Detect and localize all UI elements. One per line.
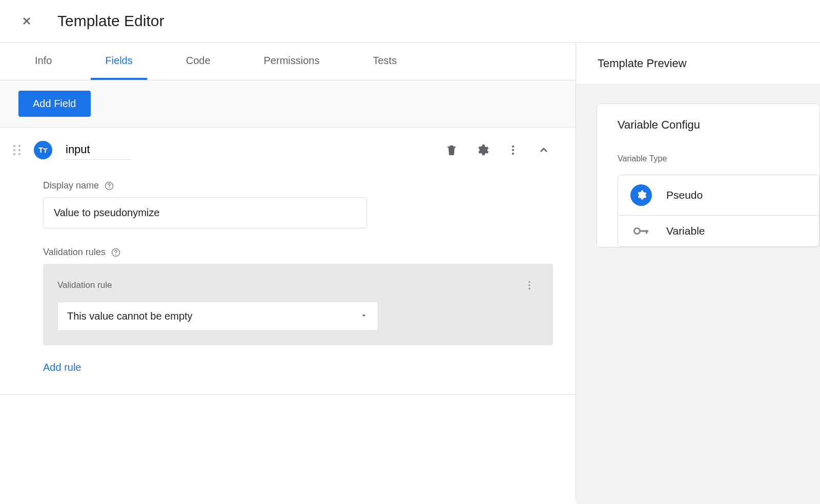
svg-point-0 <box>13 144 16 147</box>
field-type-text-icon: Tᴛ <box>34 141 52 159</box>
svg-point-13 <box>528 281 530 283</box>
svg-point-5 <box>18 153 21 155</box>
tab-code[interactable]: Code <box>172 43 225 80</box>
svg-point-2 <box>13 149 16 151</box>
chevron-down-icon <box>359 311 368 322</box>
svg-point-1 <box>18 144 21 147</box>
svg-point-6 <box>512 145 514 148</box>
more-vert-icon[interactable] <box>520 276 539 295</box>
tab-info[interactable]: Info <box>20 43 66 80</box>
gear-icon[interactable] <box>473 141 491 159</box>
svg-point-15 <box>528 288 530 290</box>
delete-icon[interactable] <box>442 141 461 159</box>
add-rule-button[interactable]: Add rule <box>43 362 81 373</box>
page-title: Template Editor <box>57 12 164 30</box>
validation-rules-section: Validation rules Validation rule <box>43 247 553 373</box>
field-body: Display name Validation rules <box>12 160 553 373</box>
tab-tests[interactable]: Tests <box>358 43 411 80</box>
validation-rule-dropdown[interactable]: This value cannot be empty <box>57 302 378 331</box>
variable-type-row[interactable]: Pseudo <box>618 175 819 215</box>
dropdown-selected-text: This value cannot be empty <box>67 310 193 322</box>
display-name-label: Display name <box>43 180 553 191</box>
key-icon <box>630 226 652 236</box>
svg-point-14 <box>528 284 530 286</box>
preview-body: Variable Configu Variable Type Pseudo Va… <box>576 85 820 504</box>
add-field-bar: Add Field <box>0 80 576 128</box>
validation-rule-card: Validation rule This value cannot be emp… <box>43 264 553 345</box>
variable-type-label: Variable Type <box>618 154 819 163</box>
validation-rules-label: Validation rules <box>43 247 553 258</box>
display-name-label-text: Display name <box>43 180 99 191</box>
tab-permissions[interactable]: Permissions <box>250 43 334 80</box>
close-icon[interactable] <box>20 15 33 27</box>
variable-config-card: Variable Configu Variable Type Pseudo Va… <box>597 103 820 247</box>
field-actions <box>442 141 553 159</box>
more-vert-icon[interactable] <box>504 141 522 159</box>
left-panel: Info Fields Code Permissions Tests Add F… <box>0 43 576 499</box>
preview-panel: Template Preview Variable Configu Variab… <box>576 43 820 499</box>
svg-point-10 <box>109 187 110 188</box>
variable-type-name: Pseudo <box>666 189 703 201</box>
svg-point-8 <box>512 153 514 155</box>
variable-config-title: Variable Configu <box>618 118 819 132</box>
gear-circle-icon <box>630 184 652 206</box>
tabs: Info Fields Code Permissions Tests <box>0 43 576 80</box>
editor-header: Template Editor <box>0 0 820 43</box>
svg-point-4 <box>13 153 16 155</box>
validation-card-header: Validation rule <box>57 276 539 295</box>
validation-rule-card-label: Validation rule <box>57 280 112 290</box>
svg-point-12 <box>115 254 116 255</box>
variable-row[interactable]: Variable <box>618 215 819 246</box>
svg-point-3 <box>18 149 21 151</box>
add-field-button[interactable]: Add Field <box>18 91 91 117</box>
collapse-icon[interactable] <box>535 141 553 159</box>
tab-fields[interactable]: Fields <box>91 43 147 80</box>
svg-point-16 <box>634 228 640 234</box>
field-header: Tᴛ <box>12 140 553 160</box>
field-panel: Tᴛ <box>0 128 576 394</box>
help-icon[interactable] <box>111 247 121 258</box>
svg-point-7 <box>512 149 514 151</box>
display-name-input[interactable] <box>43 197 367 228</box>
field-name-input[interactable] <box>65 140 131 160</box>
preview-title: Template Preview <box>576 43 820 85</box>
variable-type-box: Pseudo Variable <box>618 175 819 247</box>
variable-row-label: Variable <box>666 225 705 237</box>
validation-rules-label-text: Validation rules <box>43 247 106 258</box>
help-icon[interactable] <box>104 181 114 191</box>
main-container: Info Fields Code Permissions Tests Add F… <box>0 43 820 499</box>
svg-rect-18 <box>646 230 647 234</box>
drag-handle-icon[interactable] <box>12 143 22 157</box>
